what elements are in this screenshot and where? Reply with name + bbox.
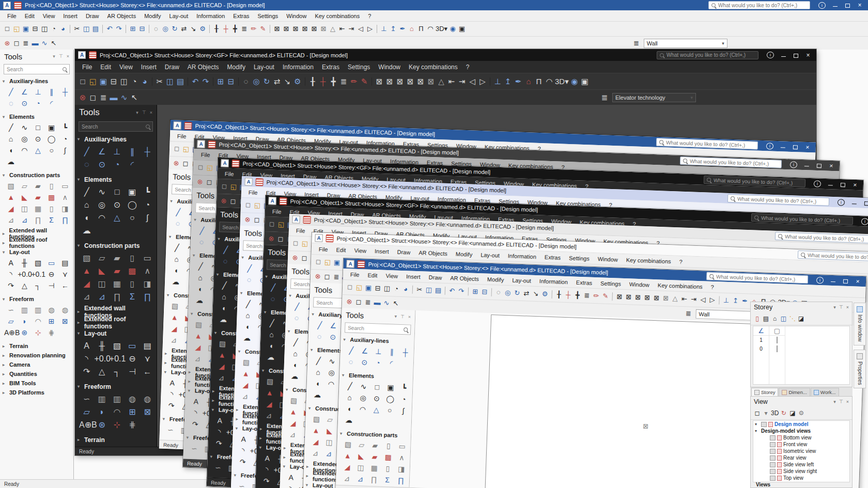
menu-draw[interactable]: Draw [393,248,414,255]
ramp-icon[interactable]: ◢ [239,379,253,391]
layers-icon[interactable]: ≣ [99,93,108,102]
menu--[interactable]: ? [364,13,375,19]
workplane-icon[interactable]: ⊥ [493,77,502,86]
aux-circle-dashed-icon[interactable]: ◌ [290,312,304,324]
aux-circle-dashed-icon[interactable]: ◌ [4,98,18,109]
chevron-down-icon[interactable]: ▾ [53,54,55,59]
circle-icon[interactable]: ◯ [383,393,397,405]
cut-icon[interactable]: ✂ [73,24,81,34]
menu-extras[interactable]: Extras [229,13,253,19]
menu-information[interactable]: Information [504,252,540,259]
tools-search-input[interactable]: Search [345,322,411,335]
menu--[interactable]: ? [462,64,474,71]
select-marquee-icon[interactable]: ◻ [354,297,363,307]
freeform-axis-icon[interactable]: ⊹ [110,418,125,431]
duplicate-icon[interactable]: ◎ [252,77,261,86]
aux-circle-dashed-icon[interactable]: ◌ [79,158,94,171]
s-curve-icon[interactable]: ∫ [140,211,155,224]
new-file-icon[interactable]: □ [314,257,323,267]
donut-icon[interactable]: ◎ [356,392,370,404]
column-part-icon[interactable]: ▯ [125,251,140,264]
text-icon[interactable]: A [4,257,18,269]
print-icon[interactable]: ⊟ [374,284,382,293]
slab-icon[interactable]: ▧ [168,300,182,312]
menu-file[interactable]: File [268,208,286,215]
3d-menu-button[interactable]: 3D▾ [436,24,447,34]
menu-key-combinations[interactable]: Key combinations [654,281,707,290]
restore-button[interactable] [844,3,850,8]
roof-icon[interactable]: ▲ [191,330,205,342]
truss-icon[interactable]: ∧ [58,192,72,203]
open-file-icon[interactable]: ◱ [182,145,191,154]
aux-circle-partial-icon[interactable]: ◔ [110,158,125,171]
aux-arc-icon[interactable]: ◜ [45,98,58,109]
axis-icon[interactable]: ┼ [222,24,230,34]
leader-icon[interactable]: ◝ [4,269,18,280]
zoom-out-icon[interactable]: ⊟ [138,24,146,34]
transform-icon[interactable]: ⋕ [125,418,140,431]
view-box-icon[interactable]: ⊠ [426,77,436,86]
undo-icon[interactable]: ↶ [448,286,457,296]
roof-plane-icon[interactable]: ▰ [368,451,382,463]
cancel-icon[interactable]: ⊗ [345,297,354,307]
arc-tool-icon[interactable]: ◠ [426,24,435,34]
chain-dim-icon[interactable]: ⊣ [45,280,58,291]
menu-modify[interactable]: Modify [483,276,508,283]
titlebar-search-input[interactable]: What would you like to do? (Ctrl+,) [657,51,758,59]
text-icon[interactable]: A [189,396,203,407]
aux-line-icon[interactable]: ╱ [4,86,18,98]
storey-active-col-icon[interactable]: ∠ [757,326,765,336]
polyline-icon[interactable]: ∿ [94,185,109,198]
next-view-icon[interactable]: ▷ [478,77,487,86]
mirror-icon[interactable]: ⇄ [522,289,531,298]
open-file-icon[interactable]: ◱ [277,220,286,230]
section-header-auxiliary-lines[interactable]: ▾Auxiliary-lines [0,76,73,86]
undo-icon[interactable]: ↶ [191,77,200,86]
align-move-icon[interactable]: ╂ [308,77,317,86]
storey-row[interactable] [777,344,778,353]
ramp-icon[interactable]: ◢ [215,360,229,372]
view-tree-item[interactable]: Bottom view [753,434,849,441]
pipe-icon[interactable]: ◗ [94,405,109,418]
stair-blue-icon[interactable]: ⊿ [322,448,336,460]
view-box-icon[interactable]: ⊠ [310,24,318,34]
print-preview-icon[interactable]: ◫ [119,77,129,86]
section-header-bim-tools[interactable]: ▸BIM Tools [0,379,73,388]
leader-icon[interactable]: ◝ [260,464,274,476]
copy-to-storey-icon[interactable]: ⇤ [338,24,346,34]
point-height-icon[interactable]: +0.1 [31,269,44,280]
copy-icon[interactable]: ◫ [425,286,433,295]
menu-key-combinations[interactable]: Key combinations [622,256,675,264]
print-icon[interactable]: ⊟ [109,77,118,86]
bool-add-icon[interactable]: ⊞ [45,316,58,327]
layers-icon[interactable]: ≣ [22,39,30,48]
open-file-icon[interactable]: ◱ [301,239,309,249]
stretch-icon[interactable]: ↘ [532,289,540,299]
opening-icon[interactable]: ∏ [110,290,125,303]
close-icon[interactable]: × [846,305,849,310]
aux-parallel-icon[interactable]: ∥ [45,86,58,98]
stretch-icon[interactable]: ↘ [283,77,292,86]
close-icon[interactable]: × [408,314,411,319]
modify-icon[interactable]: ✎ [601,291,610,301]
section-header-camera[interactable]: ▸Camera [0,360,73,369]
slab-icon[interactable]: ▧ [4,180,18,192]
info-icon[interactable]: i [816,276,824,283]
door-icon[interactable]: ▯ [125,277,140,290]
refresh-view-icon[interactable]: ↻ [780,409,787,417]
text-block-icon[interactable]: ▤ [58,257,72,269]
triangle-icon[interactable]: △ [31,145,44,156]
text-icon[interactable]: A [260,452,274,464]
line-icon[interactable]: ╱ [343,380,357,392]
menu-edit[interactable]: Edit [21,13,39,19]
select-marquee-icon[interactable]: ◻ [12,39,21,48]
text-icon[interactable]: A [79,339,94,352]
arrow-icon[interactable]: ← [58,280,72,291]
diameter-dim-icon[interactable]: ⊖ [45,269,58,280]
axis-lock-icon[interactable]: ╋ [329,77,338,86]
line-icon[interactable]: ╱ [170,242,184,254]
line-icon[interactable]: ╱ [289,336,303,348]
revolve-icon[interactable]: ◍ [45,304,58,316]
aux-circle-partial-icon[interactable]: ◔ [31,98,44,109]
storey-row[interactable]: 1 [760,336,763,344]
